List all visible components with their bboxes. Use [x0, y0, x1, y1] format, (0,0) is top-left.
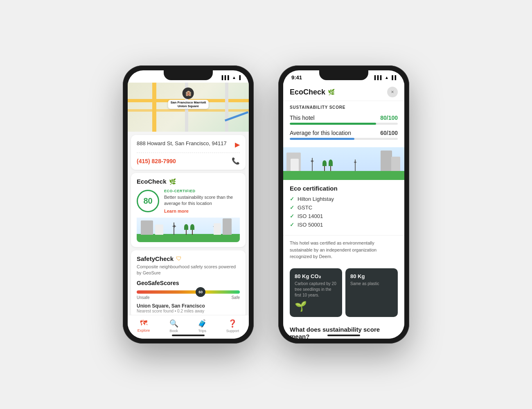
avg-score-value: 60/100 [380, 130, 398, 136]
status-icons-right: ▌▌▌ ▲ ▐▐ [374, 75, 396, 80]
navigate-icon[interactable]: ▶ [235, 141, 240, 148]
hotel-score-value: 80/100 [380, 115, 398, 121]
signal-icon: ▌▌▌ [222, 75, 230, 80]
cert-item-3: ✓ ISO 50001 [290, 222, 398, 228]
hotel-progress-fill [290, 123, 376, 125]
book-icon: 🔍 [169, 319, 178, 328]
wifi-icon: ▲ [232, 75, 236, 80]
carbon-cards: 80 Kg CO₂ Carbon captured by 20 tree see… [283, 264, 404, 321]
avg-progress-bg [290, 138, 398, 140]
hotel-score-item: This hotel 80/100 [290, 115, 398, 125]
building-right2 [214, 223, 221, 235]
home-indicator [172, 335, 205, 336]
turbine-left: ✦ [174, 222, 174, 235]
check-icon-2: ✓ [290, 213, 294, 219]
check-icon-3: ✓ [290, 222, 294, 228]
r-turbine-1: ✦ [312, 158, 313, 171]
carbon-title-0: 80 Kg CO₂ [295, 273, 337, 279]
hotel-map-label: San Francisco Marriott Union Square [168, 100, 209, 109]
modal-header: EcoCheck 🌿 × [283, 83, 404, 101]
map-road-v3 [225, 83, 228, 132]
signal-icon-right: ▌▌▌ [374, 75, 383, 80]
building-2 [155, 225, 163, 235]
slider-labels: Unsafe Safe [137, 295, 240, 300]
carbon-card-1: 80 Kg Same as plastic [345, 268, 398, 317]
location-label: Union Square, San Francisco [137, 303, 240, 309]
ecocheck-title: EcoCheck [137, 178, 167, 185]
city-illustration: ✦ ✦ [137, 218, 240, 242]
ground-right [283, 171, 404, 180]
carbon-card-0: 80 Kg CO₂ Carbon captured by 20 tree see… [290, 268, 342, 317]
tree-1 [186, 229, 187, 235]
trips-icon: 🧳 [198, 319, 207, 328]
city-illus-right: ✦ ✦ [283, 147, 404, 180]
screen-right: EcoCheck 🌿 × SUSTAINABILITY SCORE This h… [283, 83, 404, 339]
check-icon-0: ✓ [290, 196, 294, 202]
address-row: 888 Howard St, San Francisco, 94117 ▶ [137, 140, 240, 148]
score-rows: This hotel 80/100 Average for this locat… [283, 112, 404, 147]
cert-item-2: ✓ ISO 14001 [290, 213, 398, 219]
notch [164, 70, 213, 80]
safetycheck-header: SafetyCheck 🛡 [137, 255, 240, 262]
eco-certified-label: ECO-CERTIFIED [164, 189, 240, 193]
carbon-desc-1: Same as plastic [350, 281, 393, 287]
left-phone: ▌▌▌ ▲ ▐ 🏨 San Francisco Marriot [123, 65, 254, 344]
status-icons-left: ▌▌▌ ▲ ▐ [222, 75, 241, 80]
cert-name-2: ISO 14001 [298, 213, 323, 219]
safetycheck-desc: Composite neighbourhood safety scores po… [137, 264, 240, 276]
battery-icon: ▐ [238, 75, 241, 80]
nav-trips[interactable]: 🧳 Trips [198, 319, 207, 333]
eco-desc: Better sustainability score than the ave… [164, 194, 240, 207]
r-building-right [381, 151, 392, 171]
right-phone: 9:41 ▌▌▌ ▲ ▐▐ EcoCheck 🌿 × SUSTAINABILIT… [278, 65, 409, 344]
hotel-score-header: This hotel 80/100 [290, 115, 398, 121]
carbon-title-1: 80 Kg [350, 273, 393, 279]
r-tree-2 [330, 165, 331, 171]
support-icon: ❓ [228, 319, 237, 328]
nav-support[interactable]: ❓ Support [226, 319, 239, 333]
slider-track: 60 [137, 290, 240, 294]
leaf-icon-right: 🌿 [328, 89, 335, 95]
building-1 [141, 220, 153, 235]
cert-desc: This hotel was certified as environmenta… [283, 235, 404, 264]
avg-score-item: Average for this location 60/100 [290, 130, 398, 140]
phone-row: (415) 828-7990 📞 [137, 157, 240, 165]
nav-explore[interactable]: 🗺 Explore [138, 319, 150, 333]
geosafe-title: GeoSafeScores [137, 280, 240, 286]
map-pin: 🏨 San Francisco Marriott Union Square [168, 88, 209, 109]
safety-shield-icon: 🛡 [176, 255, 182, 262]
label-unsafe: Unsafe [137, 295, 150, 300]
plant-icon: 🌱 [295, 301, 337, 312]
learn-more-link[interactable]: Learn more [164, 209, 240, 213]
close-button[interactable]: × [387, 87, 398, 97]
sustainability-label: SUSTAINABILITY SCORE [283, 101, 404, 112]
ground [137, 234, 240, 242]
eco-text-col: ECO-CERTIFIED Better sustainability scor… [164, 189, 240, 213]
battery-icon-right: ▐▐ [390, 75, 396, 80]
map-area: 🏨 San Francisco Marriott Union Square [128, 83, 249, 132]
hotel-progress-bg [290, 123, 398, 125]
nav-book[interactable]: 🔍 Book [169, 319, 178, 333]
cert-item-1: ✓ GSTC [290, 204, 398, 211]
notch-right [319, 70, 368, 80]
cert-name-0: Hilton Lightstay [298, 196, 334, 202]
location-sublabel: Nearest score found • 0.2 miles away [137, 309, 240, 313]
call-icon[interactable]: 📞 [232, 157, 240, 165]
cert-item-0: ✓ Hilton Lightstay [290, 196, 398, 202]
check-icon-1: ✓ [290, 204, 294, 211]
eco-score-number: 80 [143, 196, 152, 206]
close-icon: × [391, 89, 394, 95]
avg-progress-fill [290, 138, 354, 140]
hotel-score-name: This hotel [290, 115, 315, 121]
phone-number[interactable]: (415) 828-7990 [137, 158, 176, 164]
r-turbine-2: ✦ [355, 160, 356, 171]
wifi-icon-right: ▲ [385, 75, 389, 80]
building-right [223, 218, 232, 235]
map-road-h2 [128, 109, 249, 112]
r-tree-1 [324, 165, 325, 171]
cert-name-3: ISO 50001 [298, 222, 323, 228]
cert-name-1: GSTC [298, 204, 312, 211]
ecocheck-card: EcoCheck 🌿 80 ECO-CERTIFIED Better susta… [131, 173, 246, 247]
avg-score-header: Average for this location 60/100 [290, 130, 398, 136]
score-slider: 60 Unsafe Safe [137, 290, 240, 300]
